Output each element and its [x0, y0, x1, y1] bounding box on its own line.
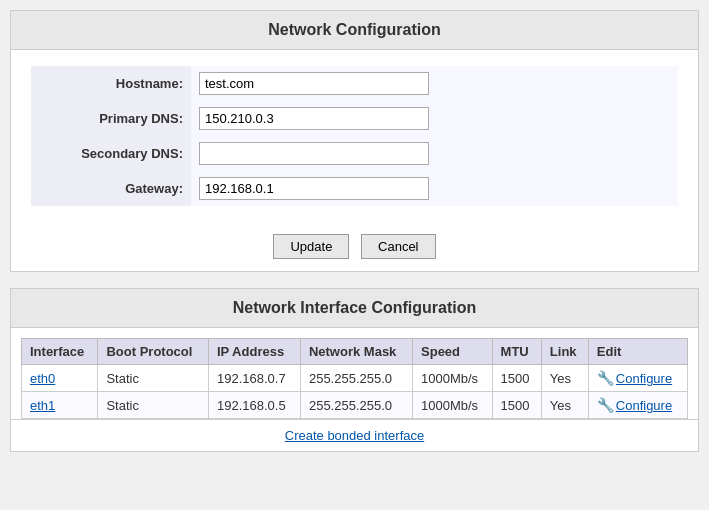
cell-boot-protocol: Static: [98, 365, 209, 392]
cell-ip-address: 192.168.0.7: [208, 365, 300, 392]
interface-link-eth0[interactable]: eth0: [30, 371, 55, 386]
configure-icon-eth0: 🔧: [597, 370, 614, 386]
configure-icon-eth1: 🔧: [597, 397, 614, 413]
hostname-field: [191, 66, 678, 101]
gateway-input[interactable]: [199, 177, 429, 200]
update-button[interactable]: Update: [273, 234, 349, 259]
col-network-mask: Network Mask: [300, 339, 412, 365]
hostname-input[interactable]: [199, 72, 429, 95]
hostname-row: Hostname:: [31, 66, 678, 101]
cell-edit: 🔧Configure: [588, 365, 687, 392]
form-buttons: Update Cancel: [11, 222, 698, 271]
network-config-title: Network Configuration: [11, 11, 698, 50]
create-bonded-link[interactable]: Create bonded interface: [285, 428, 424, 443]
configure-link-eth0[interactable]: Configure: [616, 371, 672, 386]
col-boot-protocol: Boot Protocol: [98, 339, 209, 365]
col-speed: Speed: [413, 339, 493, 365]
interface-link-eth1[interactable]: eth1: [30, 398, 55, 413]
cell-interface: eth1: [22, 392, 98, 419]
primary-dns-row: Primary DNS:: [31, 101, 678, 136]
cell-ip-address: 192.168.0.5: [208, 392, 300, 419]
nic-config-section: Network Interface Configuration Interfac…: [10, 288, 699, 452]
gateway-label: Gateway:: [31, 171, 191, 206]
gateway-field: [191, 171, 678, 206]
configure-link-eth1[interactable]: Configure: [616, 398, 672, 413]
col-edit: Edit: [588, 339, 687, 365]
cancel-button[interactable]: Cancel: [361, 234, 435, 259]
nic-table-header-row: Interface Boot Protocol IP Address Netwo…: [22, 339, 688, 365]
col-mtu: MTU: [492, 339, 541, 365]
col-link: Link: [541, 339, 588, 365]
col-interface: Interface: [22, 339, 98, 365]
primary-dns-field: [191, 101, 678, 136]
cell-mtu: 1500: [492, 392, 541, 419]
cell-edit: 🔧Configure: [588, 392, 687, 419]
nic-table-wrapper: Interface Boot Protocol IP Address Netwo…: [11, 328, 698, 419]
col-ip-address: IP Address: [208, 339, 300, 365]
hostname-label: Hostname:: [31, 66, 191, 101]
gateway-row: Gateway:: [31, 171, 678, 206]
cell-network-mask: 255.255.255.0: [300, 392, 412, 419]
cell-speed: 1000Mb/s: [413, 365, 493, 392]
table-row: eth1 Static 192.168.0.5 255.255.255.0 10…: [22, 392, 688, 419]
secondary-dns-row: Secondary DNS:: [31, 136, 678, 171]
nic-config-title: Network Interface Configuration: [11, 289, 698, 328]
cell-link: Yes: [541, 392, 588, 419]
secondary-dns-field: [191, 136, 678, 171]
table-row: eth0 Static 192.168.0.7 255.255.255.0 10…: [22, 365, 688, 392]
config-form-table: Hostname: Primary DNS: Secondary DNS:: [31, 66, 678, 206]
primary-dns-input[interactable]: [199, 107, 429, 130]
create-bonded-row: Create bonded interface: [11, 419, 698, 451]
primary-dns-label: Primary DNS:: [31, 101, 191, 136]
page-wrapper: Network Configuration Hostname: Primary …: [0, 0, 709, 510]
cell-mtu: 1500: [492, 365, 541, 392]
network-config-form: Hostname: Primary DNS: Secondary DNS:: [11, 50, 698, 222]
secondary-dns-label: Secondary DNS:: [31, 136, 191, 171]
nic-table: Interface Boot Protocol IP Address Netwo…: [21, 338, 688, 419]
cell-link: Yes: [541, 365, 588, 392]
network-config-section: Network Configuration Hostname: Primary …: [10, 10, 699, 272]
cell-interface: eth0: [22, 365, 98, 392]
cell-boot-protocol: Static: [98, 392, 209, 419]
secondary-dns-input[interactable]: [199, 142, 429, 165]
cell-network-mask: 255.255.255.0: [300, 365, 412, 392]
cell-speed: 1000Mb/s: [413, 392, 493, 419]
